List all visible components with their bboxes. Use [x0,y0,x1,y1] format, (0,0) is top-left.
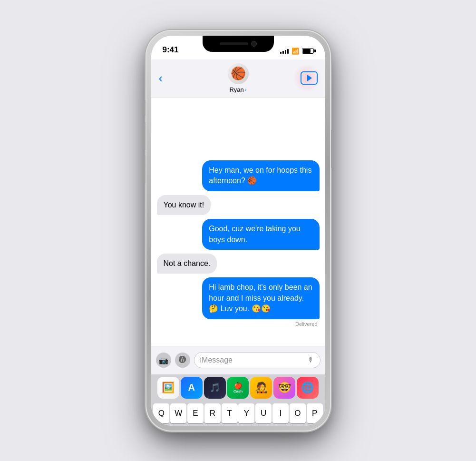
message-row: Good, cuz we're taking you boys down. [157,219,320,250]
notch [203,36,274,52]
microphone-icon[interactable]: 🎙 [308,356,314,364]
sent-bubble[interactable]: Hi lamb chop, it's only been an hour and… [202,277,319,319]
received-bubble[interactable]: You know it! [157,195,211,215]
search-app-button[interactable]: 🌐 [297,377,319,399]
video-icon [307,75,312,81]
contact-info[interactable]: 🏀 Ryan › [228,63,249,93]
status-icons: 📶 [280,48,314,56]
key-t[interactable]: T [222,403,238,423]
volume-up-button[interactable] [144,122,146,150]
key-y[interactable]: Y [238,403,254,423]
messages-area: Hey man, we on for hoops this afternoon?… [151,98,325,331]
soundcloud-app-button[interactable]: 🎵 [204,377,226,399]
sent-bubble[interactable]: Hey man, we on for hoops this afternoon?… [202,160,319,191]
key-p[interactable]: P [307,403,323,423]
received-bubble[interactable]: Not a chance. [157,254,217,274]
keyboard: Q W E R T Y U I O P [151,401,325,426]
key-e[interactable]: E [187,403,204,423]
messages-header: ‹ 🏀 Ryan › [151,59,325,98]
camera-icon: 📷 [159,356,168,365]
back-button[interactable]: ‹ [159,71,163,86]
phone-screen: 9:41 📶 ‹ [151,36,325,426]
key-o[interactable]: O [290,403,306,423]
cash-app-button[interactable]: 🍎 Cash [227,377,249,399]
avatar: 🏀 [228,63,249,84]
contact-chevron-icon: › [245,87,247,92]
input-area: 📷 🅐 iMessage 🎙 [151,346,325,374]
apps-button[interactable]: 🅐 [175,353,190,368]
memoji2-app-button[interactable]: 🤓 [273,377,295,399]
key-u[interactable]: U [255,403,272,423]
key-r[interactable]: R [204,403,221,423]
contact-name: Ryan › [229,86,246,93]
sent-bubble[interactable]: Good, cuz we're taking you boys down. [202,219,319,250]
memoji1-app-button[interactable]: 🧑‍🎤 [250,377,272,399]
apps-icon: 🅐 [179,356,186,364]
message-row: Hi lamb chop, it's only been an hour and… [157,277,320,319]
soundcloud-icon: 🎵 [210,383,220,393]
app-tray: 🖼️ A 🎵 🍎 Cash 🧑‍🎤 🤓 [151,374,325,401]
photos-icon: 🖼️ [162,382,175,394]
power-button[interactable] [331,130,333,168]
front-camera [251,41,257,47]
scene: 9:41 📶 ‹ [0,0,476,461]
camera-button[interactable]: 📷 [156,353,171,368]
cash-apple-icon: 🍎 [234,382,242,389]
key-q[interactable]: Q [153,403,169,423]
delivered-status: Delivered [157,321,320,327]
wifi-icon: 📶 [291,48,299,55]
input-placeholder: iMessage [200,356,233,364]
battery-icon [302,48,314,54]
phone-wrapper: 9:41 📶 ‹ [146,30,331,432]
message-input[interactable]: iMessage 🎙 [194,352,321,368]
appstore-icon: A [188,382,195,393]
message-row: Not a chance. [157,254,320,274]
message-row: Hey man, we on for hoops this afternoon?… [157,160,320,191]
search-globe-icon: 🌐 [301,382,314,394]
appstore-app-button[interactable]: A [181,377,203,399]
cash-label: Cash [233,390,243,394]
video-call-button[interactable] [301,71,318,85]
speaker-grille [220,42,248,45]
mute-button[interactable] [144,100,146,116]
signal-icon [280,48,289,54]
volume-down-button[interactable] [144,156,146,183]
key-w[interactable]: W [170,403,186,423]
status-time: 9:41 [163,45,179,56]
message-row: You know it! [157,195,320,215]
memoji1-icon: 🧑‍🎤 [255,382,268,394]
photos-app-button[interactable]: 🖼️ [157,377,179,399]
memoji2-icon: 🤓 [278,382,291,394]
key-i[interactable]: I [272,403,289,423]
